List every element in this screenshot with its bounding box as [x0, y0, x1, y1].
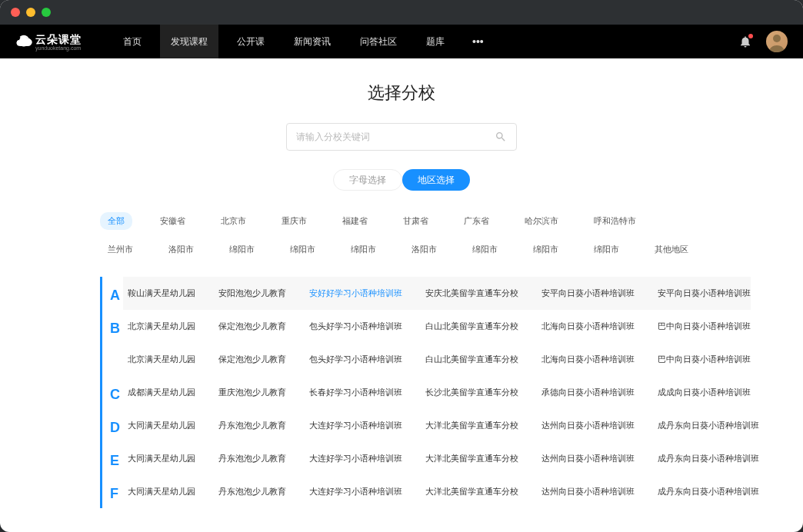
nav-item-4[interactable]: 问答社区 — [349, 25, 408, 58]
school-row: 鞍山满天星幼儿园安阳泡泡少儿教育安好好学习小语种培训班安庆北美留学直通车分校安平… — [123, 277, 751, 310]
region-tag[interactable]: 广东省 — [456, 212, 497, 230]
brand-subtitle: yunduoketang.com — [35, 45, 82, 51]
maximize-window-button[interactable] — [42, 8, 51, 17]
school-link[interactable]: 成成向日葵小语种培训班 — [658, 387, 751, 398]
school-link[interactable]: 包头好学习小语种培训班 — [309, 321, 402, 332]
school-link[interactable]: 北京满天星幼儿园 — [128, 354, 195, 365]
nav-item-0[interactable]: 首页 — [112, 25, 152, 58]
school-link[interactable]: 成丹东向日葵小语种培训班 — [658, 453, 759, 464]
brand-name: 云朵课堂 — [35, 33, 82, 45]
school-link[interactable]: 成都满天星幼儿园 — [128, 387, 195, 398]
school-link[interactable]: 安庆北美留学直通车分校 — [425, 288, 518, 299]
school-link[interactable]: 巴中向日葵小语种培训班 — [658, 321, 751, 332]
titlebar — [0, 0, 803, 25]
school-link[interactable]: 重庆泡泡少儿教育 — [218, 387, 286, 398]
letter-section-A: A鞍山满天星幼儿园安阳泡泡少儿教育安好好学习小语种培训班安庆北美留学直通车分校安… — [0, 277, 803, 310]
school-link[interactable]: 大连好学习小语种培训班 — [309, 453, 402, 464]
school-link[interactable]: 丹东泡泡少儿教育 — [218, 486, 286, 497]
page-title: 选择分校 — [0, 81, 803, 105]
school-link[interactable]: 丹东泡泡少儿教育 — [218, 420, 286, 431]
school-link[interactable]: 白山北美留学直通车分校 — [425, 354, 518, 365]
region-tag[interactable]: 安徽省 — [152, 212, 193, 230]
region-tag[interactable]: 其他地区 — [647, 241, 696, 258]
school-link[interactable]: 大同满天星幼儿园 — [128, 486, 195, 497]
school-link[interactable]: 承德向日葵小语种培训班 — [541, 387, 635, 398]
notification-bell-icon[interactable] — [738, 35, 752, 48]
school-link[interactable]: 安平向日葵小语种培训班 — [541, 288, 635, 299]
school-link[interactable]: 成丹东向日葵小语种培训班 — [658, 420, 759, 431]
brand-logo[interactable]: 云朵课堂 yunduoketang.com — [15, 32, 82, 51]
search-input[interactable] — [296, 131, 495, 142]
main-content: 选择分校 字母选择 地区选择 全部安徽省北京市重庆市福建省甘肃省广东省哈尔滨市呼… — [0, 58, 803, 532]
nav-item-5[interactable]: 题库 — [415, 25, 455, 58]
school-link[interactable]: 大洋北美留学直通车分校 — [425, 453, 518, 464]
school-link[interactable]: 鞍山满天星幼儿园 — [128, 288, 195, 299]
school-link[interactable]: 大同满天星幼儿园 — [128, 420, 195, 431]
school-link[interactable]: 白山北美留学直通车分校 — [425, 321, 518, 332]
school-link[interactable]: 北海向日葵小语种培训班 — [541, 321, 635, 332]
school-link[interactable]: 大洋北美留学直通车分校 — [425, 420, 518, 431]
school-link[interactable]: 北京满天星幼儿园 — [128, 321, 195, 332]
region-tag[interactable]: 绵阳市 — [222, 241, 262, 258]
minimize-window-button[interactable] — [26, 8, 35, 17]
school-link[interactable]: 保定泡泡少儿教育 — [218, 321, 286, 332]
search-box[interactable] — [286, 123, 517, 151]
region-tag[interactable]: 绵阳市 — [282, 241, 323, 258]
region-tag[interactable]: 全部 — [100, 212, 132, 230]
region-tag[interactable]: 哈尔滨市 — [517, 212, 566, 230]
app-window: 云朵课堂 yunduoketang.com 首页发现课程公开课新闻资讯问答社区题… — [0, 0, 803, 532]
school-link[interactable]: 大同满天星幼儿园 — [128, 453, 195, 464]
search-icon — [495, 131, 507, 143]
region-tag[interactable]: 绵阳市 — [586, 241, 627, 258]
region-tag[interactable]: 洛阳市 — [161, 241, 202, 258]
school-link[interactable]: 安平向日葵小语种培训班 — [658, 288, 751, 299]
nav-more-button[interactable]: ••• — [463, 35, 493, 48]
school-link[interactable]: 安好好学习小语种培训班 — [309, 288, 402, 299]
school-link[interactable]: 大连好学习小语种培训班 — [309, 420, 402, 431]
school-link[interactable]: 包头好学习小语种培训班 — [309, 354, 402, 365]
nav-item-3[interactable]: 新闻资讯 — [283, 25, 342, 58]
region-tag[interactable]: 甘肃省 — [395, 212, 436, 230]
school-link[interactable]: 长沙北美留学直通车分校 — [425, 387, 518, 398]
letter-label: D — [100, 409, 123, 442]
school-link[interactable]: 达州向日葵小语种培训班 — [541, 486, 635, 497]
school-link[interactable]: 巴中向日葵小语种培训班 — [658, 354, 751, 365]
toggle-alphabet[interactable]: 字母选择 — [333, 169, 402, 191]
top-nav: 云朵课堂 yunduoketang.com 首页发现课程公开课新闻资讯问答社区题… — [0, 25, 803, 58]
school-link[interactable]: 大连好学习小语种培训班 — [309, 486, 402, 497]
region-filter-list: 全部安徽省北京市重庆市福建省甘肃省广东省哈尔滨市呼和浩特市兰州市洛阳市绵阳市绵阳… — [0, 212, 803, 258]
region-tag[interactable]: 绵阳市 — [525, 241, 566, 258]
region-tag[interactable]: 北京市 — [213, 212, 254, 230]
user-avatar[interactable] — [766, 31, 788, 52]
school-link[interactable]: 保定泡泡少儿教育 — [218, 354, 286, 365]
school-link[interactable]: 成丹东向日葵小语种培训班 — [658, 486, 759, 497]
cloud-icon — [15, 33, 32, 50]
school-link[interactable]: 大洋北美留学直通车分校 — [425, 486, 518, 497]
region-tag[interactable]: 绵阳市 — [343, 241, 384, 258]
school-row: 成都满天星幼儿园重庆泡泡少儿教育长春好学习小语种培训班长沙北美留学直通车分校承德… — [123, 376, 751, 409]
school-link[interactable]: 达州向日葵小语种培训班 — [541, 453, 635, 464]
school-link[interactable]: 安阳泡泡少儿教育 — [218, 288, 286, 299]
school-link[interactable]: 长春好学习小语种培训班 — [309, 387, 402, 398]
school-row: 大同满天星幼儿园丹东泡泡少儿教育大连好学习小语种培训班大洋北美留学直通车分校达州… — [123, 475, 759, 508]
nav-item-2[interactable]: 公开课 — [226, 25, 275, 58]
filter-toggle: 字母选择 地区选择 — [0, 169, 803, 191]
region-tag[interactable]: 重庆市 — [274, 212, 315, 230]
school-link[interactable]: 北海向日葵小语种培训班 — [541, 354, 635, 365]
region-tag[interactable]: 兰州市 — [100, 241, 141, 258]
letter-label: B — [100, 310, 123, 376]
toggle-region[interactable]: 地区选择 — [402, 169, 470, 191]
region-tag[interactable]: 呼和浩特市 — [586, 212, 644, 230]
letter-label: F — [100, 475, 123, 508]
region-tag[interactable]: 福建省 — [335, 212, 375, 230]
letter-section-F: F大同满天星幼儿园丹东泡泡少儿教育大连好学习小语种培训班大洋北美留学直通车分校达… — [0, 475, 803, 508]
school-row: 北京满天星幼儿园保定泡泡少儿教育包头好学习小语种培训班白山北美留学直通车分校北海… — [123, 310, 751, 343]
school-link[interactable]: 达州向日葵小语种培训班 — [541, 420, 635, 431]
region-tag[interactable]: 洛阳市 — [404, 241, 445, 258]
letter-label: C — [100, 376, 123, 409]
nav-item-1[interactable]: 发现课程 — [160, 25, 218, 58]
region-tag[interactable]: 绵阳市 — [465, 241, 505, 258]
school-link[interactable]: 丹东泡泡少儿教育 — [218, 453, 286, 464]
close-window-button[interactable] — [11, 8, 20, 17]
svg-point-1 — [773, 35, 781, 42]
